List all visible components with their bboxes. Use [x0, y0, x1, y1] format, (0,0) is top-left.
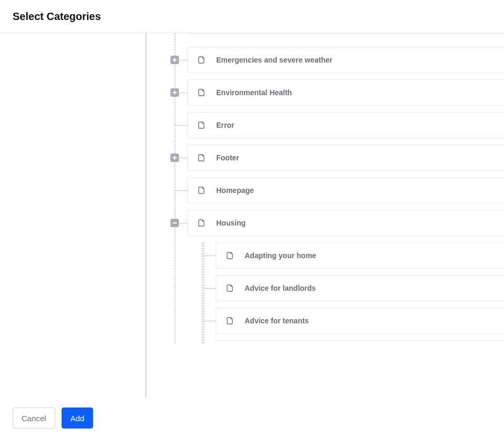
add-button[interactable]: Add — [62, 408, 94, 429]
category-card[interactable]: Homepage — [187, 177, 504, 203]
page-icon — [197, 56, 206, 64]
tree-row-error: Error — [146, 112, 504, 138]
category-card[interactable]: Adapting your home — [216, 242, 504, 269]
category-label: Footer — [216, 154, 239, 162]
category-tree: Emergencies and severe weather Environme… — [146, 33, 504, 343]
category-label: Adapting your home — [245, 251, 316, 260]
tree-pane: Emergencies and severe weather Environme… — [146, 33, 504, 398]
tree-row-landlords: Advice for landlords — [146, 275, 504, 301]
plus-icon — [172, 57, 177, 63]
category-label: Advice for landlords — [245, 284, 316, 292]
page-icon — [197, 88, 206, 97]
page-icon — [197, 219, 206, 227]
left-pane — [0, 33, 146, 398]
tree-row-env-health: Environmental Health — [146, 79, 504, 106]
category-label: Emergencies and severe weather — [216, 56, 332, 64]
category-card[interactable]: Environmental Health — [187, 79, 504, 106]
category-card[interactable]: Error — [187, 112, 504, 138]
page-icon — [197, 186, 206, 195]
dialog-footer: Cancel Add — [0, 398, 504, 438]
category-card[interactable]: Advice for tenants — [216, 308, 504, 334]
collapse-toggle[interactable] — [170, 219, 179, 227]
category-card[interactable]: Housing — [187, 210, 504, 236]
minus-icon — [172, 220, 177, 226]
category-label: Environmental Health — [216, 88, 292, 97]
tree-row-housing: Housing — [146, 210, 504, 236]
plus-icon — [172, 155, 177, 160]
tree-connector — [175, 125, 187, 126]
tree-children-housing: Adapting your home Advice for landlords … — [146, 242, 504, 343]
page-icon — [226, 317, 234, 325]
tree-connector — [204, 321, 216, 321]
tree-row-adapting: Adapting your home — [146, 242, 504, 269]
category-card[interactable]: Emergencies and severe weather — [187, 47, 504, 73]
tree-row-fragment — [146, 33, 504, 34]
dialog-header: Select Categories — [0, 0, 504, 33]
tree-connector — [175, 190, 187, 191]
expand-toggle[interactable] — [170, 154, 179, 162]
tree-row-fragment — [146, 340, 504, 343]
cancel-button[interactable]: Cancel — [13, 408, 55, 429]
page-icon — [226, 284, 234, 292]
tree-connector — [204, 256, 216, 256]
dialog-title: Select Categories — [13, 11, 101, 23]
tree-row-emergencies: Emergencies and severe weather — [146, 47, 504, 73]
tree-row-footer: Footer — [146, 145, 504, 171]
tree-connector — [204, 288, 216, 289]
category-label: Error — [216, 121, 234, 129]
expand-toggle[interactable] — [170, 56, 179, 64]
dialog-body: Emergencies and severe weather Environme… — [0, 33, 504, 398]
category-label: Housing — [216, 219, 246, 227]
category-card[interactable]: Footer — [187, 145, 504, 171]
category-label: Homepage — [216, 186, 254, 195]
category-label: Advice for tenants — [245, 317, 309, 325]
category-card[interactable]: Advice for landlords — [216, 275, 504, 301]
tree-row-homepage: Homepage — [146, 177, 504, 203]
page-icon — [226, 251, 234, 260]
page-icon — [197, 154, 206, 162]
category-card[interactable] — [216, 340, 504, 343]
plus-icon — [172, 90, 177, 95]
tree-row-tenants: Advice for tenants — [146, 308, 504, 334]
page-icon — [197, 121, 206, 129]
expand-toggle[interactable] — [170, 88, 179, 97]
category-card[interactable] — [187, 33, 504, 34]
